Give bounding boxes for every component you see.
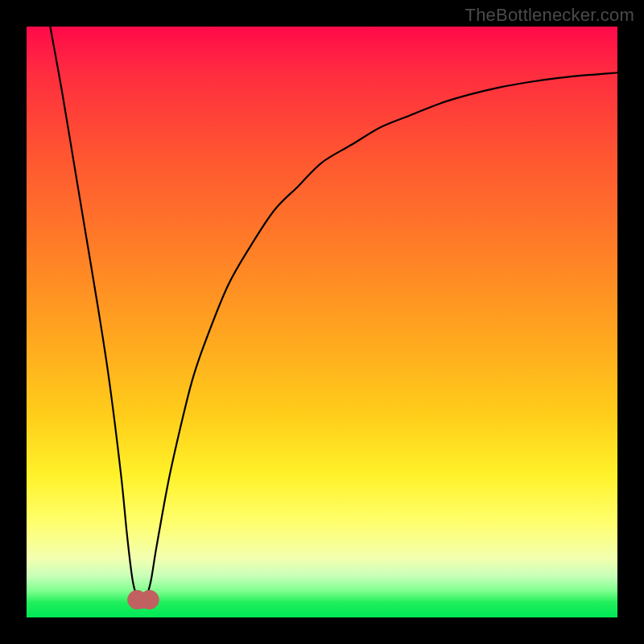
attribution-text: TheBottlenecker.com	[465, 5, 634, 26]
marker-right	[140, 590, 159, 609]
bottleneck-curve-path	[50, 27, 617, 602]
chart-plot-area	[27, 27, 617, 617]
chart-svg	[27, 27, 617, 617]
chart-frame: TheBottlenecker.com	[0, 0, 644, 644]
